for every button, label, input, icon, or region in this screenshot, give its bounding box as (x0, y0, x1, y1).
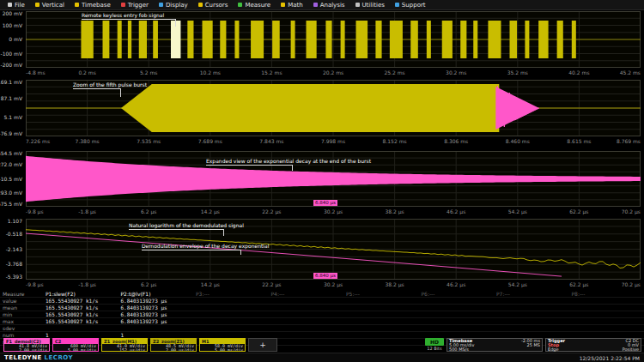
time-tick-label: 30.2 µs (324, 282, 343, 287)
time-axis-decay: -9.8 µs-1.8 µs6.2 µs14.2 µs22.2 µs30.2 µ… (26, 208, 641, 216)
menu-cursors[interactable]: Cursors (193, 0, 234, 10)
trace-descriptor-m1[interactable]: M158.0 mV/div5.00 ms/div (199, 338, 246, 352)
menu-file[interactable]: File (3, 0, 30, 10)
menu-label: File (15, 2, 25, 9)
menu-label: Analysis (320, 2, 345, 9)
hd-badge: HD 12 Bits (425, 338, 444, 352)
burst (525, 21, 529, 58)
burst (488, 21, 501, 58)
time-tick-label: 54.2 µs (508, 209, 527, 214)
menu-support[interactable]: Support (390, 0, 431, 10)
vertical-icon (35, 3, 39, 7)
time-tick-label: 54.2 µs (508, 282, 527, 287)
menu-label: Measure (245, 2, 270, 9)
burst (355, 21, 368, 58)
measure-col-header[interactable]: P7:--- (494, 291, 569, 298)
trace-descriptor-z1[interactable]: Z1zoom(M1)41.0 mV/div152 µs/div (101, 338, 148, 352)
menu-label: Utilities (362, 2, 385, 9)
add-trace-button[interactable]: + (248, 338, 277, 352)
time-tick-label: 7.998 ms (321, 139, 345, 144)
brand-secondary: LECROY (45, 354, 74, 361)
burst (390, 21, 403, 58)
measure-col-header[interactable]: P6:--- (419, 291, 495, 298)
menu-vertical[interactable]: Vertical (30, 0, 70, 10)
menu-label: Support (402, 2, 426, 9)
time-marker-tag: 6.840 µs (313, 200, 337, 206)
burst (572, 21, 576, 58)
measure-cell (494, 325, 569, 332)
measure-title: Measure (0, 291, 43, 298)
menu-trigger[interactable]: Trigger (116, 0, 154, 10)
annotation-leader (223, 229, 224, 236)
time-tick-label: 7.535 ms (137, 139, 161, 144)
burst (410, 21, 418, 58)
measure-col-header[interactable]: P3:--- (193, 291, 269, 298)
menu-math[interactable]: Math (276, 0, 308, 10)
y-axis-log: 1.107-0.518-2.143-3.768-5.393 (0, 219, 24, 280)
trace-descriptor-c2[interactable]: C2680 mV/div5.00 ms/div (52, 338, 99, 352)
trace-descriptor-z2[interactable]: Z2zoom(Z1)48.5 mV/div2.00 µs/div (150, 338, 197, 352)
measure-row-label: min (0, 311, 43, 318)
waveform-plot-log[interactable] (26, 219, 641, 280)
time-tick-label: 6.2 µs (141, 209, 156, 214)
grid-section-zoom-burst: 169.1 mV87.1 mV5.1 mV-76.9 mV Zoom of th… (0, 79, 644, 150)
measure-col-header[interactable]: P2:t@lv(F1) (118, 291, 194, 298)
measure-cell: 165.55430927 k1/s (43, 311, 118, 318)
y-axis-label: -100 mV (1, 51, 22, 57)
hd-mode-label: HD (425, 338, 444, 346)
utilities-icon (355, 3, 360, 7)
y-axis-label: -200 mV (1, 63, 22, 68)
timebase-box[interactable]: Timebase-2.00 ms 5.00 ms/div25 MS 500 MS… (447, 338, 543, 352)
measure-row-label: max (0, 318, 43, 325)
trigger-slope: Positive (623, 347, 639, 352)
menu-analysis[interactable]: Analysis (308, 0, 350, 10)
measure-cell (569, 318, 644, 325)
burst (187, 21, 193, 58)
time-tick-label: 8.769 ms (617, 139, 641, 144)
annotation-leader (82, 19, 175, 20)
y-axis-label: 87.1 mV (1, 96, 22, 101)
burst (128, 21, 131, 58)
y-axis-label: 554.5 mV (0, 151, 22, 156)
trace-descriptor-f1[interactable]: F1demod(C2)41.8 mV/div2.00 µs/div (3, 338, 50, 352)
burst (538, 21, 548, 58)
burst (272, 21, 280, 58)
measure-col-header[interactable]: P5:--- (343, 291, 419, 298)
measure-col-header[interactable]: P4:--- (269, 291, 344, 298)
measure-cell (43, 325, 118, 332)
y-axis-label: -2.143 (6, 247, 22, 252)
time-tick-label: -1.8 µs (78, 209, 96, 214)
measure-col-header[interactable]: P8:--- (569, 291, 644, 298)
y-axis-label: 272.0 mV (0, 162, 22, 167)
y-axis-label: -3.768 (6, 262, 22, 267)
measure-cell (193, 325, 269, 332)
measure-cell (193, 298, 269, 305)
menu-display[interactable]: Display (154, 0, 193, 10)
time-tick-label: 22.2 µs (262, 209, 281, 214)
annotation-leader (120, 88, 121, 97)
burst (473, 21, 477, 58)
burst (442, 21, 453, 58)
trigger-box[interactable]: TriggerC2 DC Stop0 mV EdgePositive (545, 338, 641, 352)
grid-section-decay: 554.5 mV272.0 mV-10.5 mV-293.0 mV-575.5 … (0, 150, 644, 218)
measure-cell (569, 305, 644, 311)
burst (220, 21, 226, 58)
time-tick-label: 30.2 ms (446, 70, 466, 75)
burst (557, 21, 563, 58)
measure-col-header[interactable]: P1:slew(F2) (43, 291, 118, 298)
time-tick-label: 6.2 µs (141, 282, 156, 287)
menu-measure[interactable]: Measure (233, 0, 276, 10)
descriptor-value: 152 µs/div (102, 348, 147, 352)
burst (291, 21, 295, 58)
measure-cell (494, 298, 569, 305)
menu-utilities[interactable]: Utilities (350, 0, 390, 10)
y-axis-label: 5.1 mV (4, 115, 22, 120)
menu-label: Trigger (128, 2, 149, 9)
measure-cell (343, 305, 419, 311)
burst (251, 21, 264, 58)
time-tick-label: 8.306 ms (444, 139, 468, 144)
time-tick-label: 5.2 ms (140, 70, 157, 75)
time-tick-label: 20.2 ms (323, 70, 343, 75)
measure-cell (269, 325, 344, 332)
menu-timebase[interactable]: Timebase (70, 0, 116, 10)
